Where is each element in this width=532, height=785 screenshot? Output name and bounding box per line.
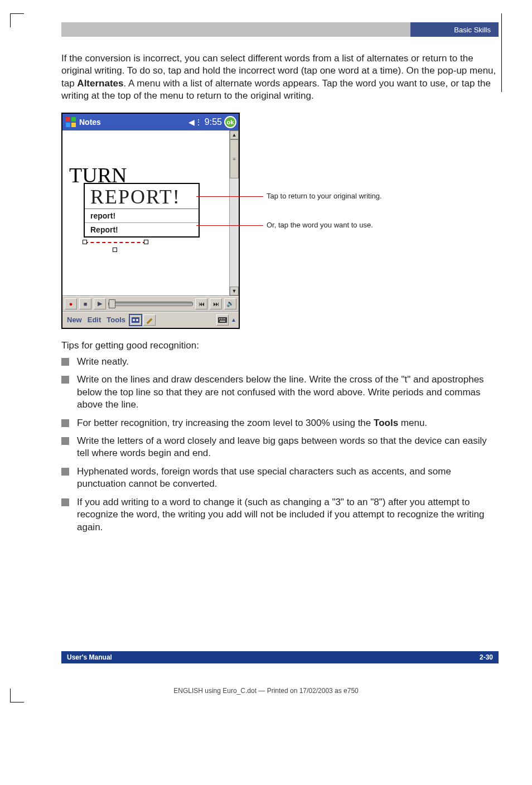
crop-mark-bl bbox=[10, 689, 24, 702]
selection-dashed bbox=[85, 242, 146, 243]
bullet-icon bbox=[61, 468, 69, 476]
callout-line-1 bbox=[196, 196, 263, 197]
svg-point-6 bbox=[136, 319, 138, 321]
next-button[interactable]: ⏭ bbox=[210, 298, 222, 309]
svg-rect-11 bbox=[224, 318, 225, 319]
svg-rect-7 bbox=[218, 317, 227, 323]
bullet-icon bbox=[61, 498, 69, 506]
callout-text-2: Or, tap the word you want to use. bbox=[267, 221, 373, 229]
tip-text: Write neatly. bbox=[77, 356, 129, 368]
selection-handle[interactable] bbox=[83, 240, 87, 244]
header-gray bbox=[61, 22, 410, 37]
scroll-down-button[interactable]: ▼ bbox=[230, 287, 239, 295]
popup-option-1[interactable]: report! bbox=[85, 209, 199, 223]
menubar: New Edit Tools ▲ bbox=[62, 312, 239, 328]
list-item: If you add writing to a word to change i… bbox=[61, 496, 499, 534]
scroll-track[interactable] bbox=[230, 178, 239, 287]
menu-edit[interactable]: Edit bbox=[85, 314, 104, 325]
svg-rect-9 bbox=[221, 318, 222, 319]
popup-original-writing[interactable]: REPORT! bbox=[85, 184, 199, 209]
popup-option-2[interactable]: Report! bbox=[85, 223, 199, 236]
note-canvas[interactable]: TURN REPORT! report! Report! ▲ ≡ ▼ bbox=[62, 130, 239, 296]
device-screenshot: Notes ◀⋮ 9:55 ok TURN REPORT! report! Re… bbox=[61, 113, 240, 329]
list-item: Hyphenated words, foreign words that use… bbox=[61, 466, 499, 491]
stop-button[interactable]: ■ bbox=[79, 298, 91, 309]
svg-rect-3 bbox=[71, 123, 76, 127]
pen-icon[interactable] bbox=[143, 314, 156, 326]
footer-left: User's Manual bbox=[67, 653, 112, 661]
play-button[interactable]: ▶ bbox=[94, 298, 106, 309]
list-item: Write on the lines and draw descenders b… bbox=[61, 374, 499, 411]
tip-text: Hyphenated words, foreign words that use… bbox=[77, 466, 499, 491]
tip-text: Write the letters of a word closely and … bbox=[77, 435, 499, 460]
slider-thumb[interactable] bbox=[109, 299, 115, 308]
start-icon[interactable] bbox=[65, 116, 77, 128]
callouts: Tap to return to your original writing. … bbox=[240, 113, 499, 329]
svg-rect-1 bbox=[71, 117, 76, 122]
footer-bar: User's Manual 2-30 bbox=[61, 651, 499, 663]
vertical-scrollbar[interactable]: ▲ ≡ ▼ bbox=[229, 130, 239, 295]
tip-text: For better recognition, try increasing t… bbox=[77, 417, 427, 429]
intro-bold: Alternates bbox=[77, 78, 123, 89]
bullet-icon bbox=[61, 358, 69, 366]
svg-rect-0 bbox=[66, 117, 70, 122]
figure-wrap: Notes ◀⋮ 9:55 ok TURN REPORT! report! Re… bbox=[61, 113, 499, 329]
menu-tools[interactable]: Tools bbox=[104, 314, 128, 325]
recording-toolbar: ● ■ ▶ ⏮ ⏭ 🔊 bbox=[62, 296, 239, 312]
tips-list: Write neatly. Write on the lines and dra… bbox=[61, 356, 499, 534]
record-button[interactable]: ● bbox=[65, 298, 77, 309]
scroll-thumb[interactable]: ≡ bbox=[230, 139, 239, 178]
footer-page: 2-30 bbox=[480, 653, 493, 661]
titlebar: Notes ◀⋮ 9:55 ok bbox=[62, 114, 239, 130]
intro-text-2: . A menu with a list of alternate words … bbox=[61, 78, 491, 101]
menu-new[interactable]: New bbox=[65, 314, 84, 325]
svg-rect-8 bbox=[219, 318, 220, 319]
svg-rect-2 bbox=[66, 123, 70, 127]
intro-paragraph: If the conversion is incorrect, you can … bbox=[61, 52, 499, 103]
handwriting-text: TURN bbox=[69, 165, 127, 185]
app-title: Notes bbox=[79, 118, 188, 127]
selection-handle[interactable] bbox=[144, 240, 148, 244]
header-bar: Basic Skills bbox=[61, 22, 499, 37]
playback-slider[interactable] bbox=[108, 302, 193, 306]
ok-button[interactable]: ok bbox=[224, 116, 236, 128]
callout-text-1: Tap to return to your original writing. bbox=[267, 192, 382, 200]
svg-rect-10 bbox=[223, 318, 224, 319]
tip-text: If you add writing to a word to change i… bbox=[77, 496, 499, 534]
keyboard-icon[interactable] bbox=[216, 314, 229, 326]
tools-bold: Tools bbox=[374, 418, 398, 428]
page: Basic Skills If the conversion is incorr… bbox=[0, 0, 532, 714]
list-item: Write neatly. bbox=[61, 356, 499, 368]
clock[interactable]: 9:55 bbox=[205, 117, 222, 127]
list-item: Write the letters of a word closely and … bbox=[61, 435, 499, 460]
volume-button[interactable]: 🔊 bbox=[224, 298, 236, 309]
svg-point-5 bbox=[133, 319, 135, 321]
alternates-popup: REPORT! report! Report! bbox=[84, 183, 200, 238]
print-line: ENGLISH using Euro_C.dot — Printed on 17… bbox=[0, 687, 532, 695]
tip-text: Write on the lines and draw descenders b… bbox=[77, 374, 499, 411]
scroll-up-button[interactable]: ▲ bbox=[230, 130, 239, 139]
tips-intro: Tips for getting good recognition: bbox=[61, 340, 499, 351]
callout-line-2 bbox=[196, 225, 263, 226]
sip-arrow-icon[interactable]: ▲ bbox=[231, 317, 236, 323]
tape-icon[interactable] bbox=[129, 314, 142, 326]
bullet-icon bbox=[61, 419, 69, 427]
titlebar-right: ◀⋮ 9:55 ok bbox=[188, 116, 236, 128]
header-section-label: Basic Skills bbox=[410, 22, 499, 37]
list-item: For better recognition, try increasing t… bbox=[61, 417, 499, 429]
bullet-icon bbox=[61, 437, 69, 445]
svg-rect-12 bbox=[220, 321, 225, 322]
speaker-icon[interactable]: ◀⋮ bbox=[188, 118, 202, 127]
bullet-icon bbox=[61, 376, 69, 384]
prev-button[interactable]: ⏮ bbox=[195, 298, 207, 309]
selection-handle[interactable] bbox=[113, 248, 117, 252]
